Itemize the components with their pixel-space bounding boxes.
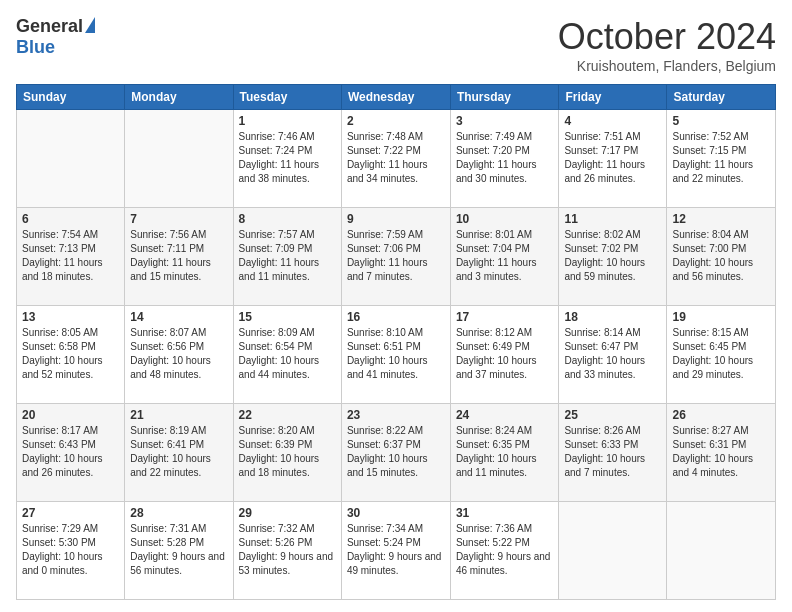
day-number: 19 [672, 310, 770, 324]
calendar-cell [125, 110, 233, 208]
calendar-cell: 30Sunrise: 7:34 AM Sunset: 5:24 PM Dayli… [341, 502, 450, 600]
day-info: Sunrise: 7:56 AM Sunset: 7:11 PM Dayligh… [130, 228, 227, 284]
calendar-cell [17, 110, 125, 208]
day-number: 15 [239, 310, 336, 324]
logo-general-text: General [16, 16, 83, 37]
day-info: Sunrise: 7:29 AM Sunset: 5:30 PM Dayligh… [22, 522, 119, 578]
day-info: Sunrise: 8:02 AM Sunset: 7:02 PM Dayligh… [564, 228, 661, 284]
calendar-cell: 15Sunrise: 8:09 AM Sunset: 6:54 PM Dayli… [233, 306, 341, 404]
calendar-cell: 23Sunrise: 8:22 AM Sunset: 6:37 PM Dayli… [341, 404, 450, 502]
day-info: Sunrise: 8:19 AM Sunset: 6:41 PM Dayligh… [130, 424, 227, 480]
day-info: Sunrise: 8:24 AM Sunset: 6:35 PM Dayligh… [456, 424, 554, 480]
page: General Blue October 2024 Kruishoutem, F… [0, 0, 792, 612]
col-header-sunday: Sunday [17, 85, 125, 110]
day-info: Sunrise: 7:59 AM Sunset: 7:06 PM Dayligh… [347, 228, 445, 284]
day-info: Sunrise: 7:36 AM Sunset: 5:22 PM Dayligh… [456, 522, 554, 578]
calendar-cell [667, 502, 776, 600]
day-info: Sunrise: 7:51 AM Sunset: 7:17 PM Dayligh… [564, 130, 661, 186]
calendar-cell [559, 502, 667, 600]
calendar-week-2: 6Sunrise: 7:54 AM Sunset: 7:13 PM Daylig… [17, 208, 776, 306]
logo: General Blue [16, 16, 95, 58]
col-header-thursday: Thursday [450, 85, 559, 110]
calendar-cell: 8Sunrise: 7:57 AM Sunset: 7:09 PM Daylig… [233, 208, 341, 306]
day-number: 11 [564, 212, 661, 226]
calendar-cell: 5Sunrise: 7:52 AM Sunset: 7:15 PM Daylig… [667, 110, 776, 208]
calendar-cell: 28Sunrise: 7:31 AM Sunset: 5:28 PM Dayli… [125, 502, 233, 600]
col-header-wednesday: Wednesday [341, 85, 450, 110]
calendar-week-4: 20Sunrise: 8:17 AM Sunset: 6:43 PM Dayli… [17, 404, 776, 502]
day-number: 3 [456, 114, 554, 128]
calendar-table: SundayMondayTuesdayWednesdayThursdayFrid… [16, 84, 776, 600]
day-info: Sunrise: 7:49 AM Sunset: 7:20 PM Dayligh… [456, 130, 554, 186]
col-header-friday: Friday [559, 85, 667, 110]
day-info: Sunrise: 7:31 AM Sunset: 5:28 PM Dayligh… [130, 522, 227, 578]
calendar-cell: 13Sunrise: 8:05 AM Sunset: 6:58 PM Dayli… [17, 306, 125, 404]
calendar-cell: 12Sunrise: 8:04 AM Sunset: 7:00 PM Dayli… [667, 208, 776, 306]
day-number: 10 [456, 212, 554, 226]
calendar-cell: 16Sunrise: 8:10 AM Sunset: 6:51 PM Dayli… [341, 306, 450, 404]
calendar-header-row: SundayMondayTuesdayWednesdayThursdayFrid… [17, 85, 776, 110]
calendar-cell: 26Sunrise: 8:27 AM Sunset: 6:31 PM Dayli… [667, 404, 776, 502]
day-number: 25 [564, 408, 661, 422]
day-number: 27 [22, 506, 119, 520]
day-number: 23 [347, 408, 445, 422]
calendar-cell: 1Sunrise: 7:46 AM Sunset: 7:24 PM Daylig… [233, 110, 341, 208]
day-number: 26 [672, 408, 770, 422]
day-number: 21 [130, 408, 227, 422]
calendar-cell: 24Sunrise: 8:24 AM Sunset: 6:35 PM Dayli… [450, 404, 559, 502]
day-number: 29 [239, 506, 336, 520]
calendar-cell: 6Sunrise: 7:54 AM Sunset: 7:13 PM Daylig… [17, 208, 125, 306]
calendar-cell: 4Sunrise: 7:51 AM Sunset: 7:17 PM Daylig… [559, 110, 667, 208]
calendar-cell: 27Sunrise: 7:29 AM Sunset: 5:30 PM Dayli… [17, 502, 125, 600]
calendar-week-5: 27Sunrise: 7:29 AM Sunset: 5:30 PM Dayli… [17, 502, 776, 600]
day-info: Sunrise: 8:20 AM Sunset: 6:39 PM Dayligh… [239, 424, 336, 480]
calendar-cell: 3Sunrise: 7:49 AM Sunset: 7:20 PM Daylig… [450, 110, 559, 208]
day-info: Sunrise: 7:52 AM Sunset: 7:15 PM Dayligh… [672, 130, 770, 186]
day-info: Sunrise: 7:34 AM Sunset: 5:24 PM Dayligh… [347, 522, 445, 578]
day-info: Sunrise: 8:15 AM Sunset: 6:45 PM Dayligh… [672, 326, 770, 382]
calendar-cell: 19Sunrise: 8:15 AM Sunset: 6:45 PM Dayli… [667, 306, 776, 404]
col-header-saturday: Saturday [667, 85, 776, 110]
calendar-cell: 31Sunrise: 7:36 AM Sunset: 5:22 PM Dayli… [450, 502, 559, 600]
calendar-cell: 22Sunrise: 8:20 AM Sunset: 6:39 PM Dayli… [233, 404, 341, 502]
title-area: October 2024 Kruishoutem, Flanders, Belg… [558, 16, 776, 74]
logo-triangle-icon [85, 17, 95, 33]
day-number: 16 [347, 310, 445, 324]
calendar-cell: 9Sunrise: 7:59 AM Sunset: 7:06 PM Daylig… [341, 208, 450, 306]
calendar-cell: 11Sunrise: 8:02 AM Sunset: 7:02 PM Dayli… [559, 208, 667, 306]
calendar-cell: 17Sunrise: 8:12 AM Sunset: 6:49 PM Dayli… [450, 306, 559, 404]
calendar-cell: 2Sunrise: 7:48 AM Sunset: 7:22 PM Daylig… [341, 110, 450, 208]
day-number: 1 [239, 114, 336, 128]
day-number: 7 [130, 212, 227, 226]
day-number: 4 [564, 114, 661, 128]
day-info: Sunrise: 8:07 AM Sunset: 6:56 PM Dayligh… [130, 326, 227, 382]
day-number: 22 [239, 408, 336, 422]
calendar-week-3: 13Sunrise: 8:05 AM Sunset: 6:58 PM Dayli… [17, 306, 776, 404]
day-info: Sunrise: 8:10 AM Sunset: 6:51 PM Dayligh… [347, 326, 445, 382]
day-info: Sunrise: 7:48 AM Sunset: 7:22 PM Dayligh… [347, 130, 445, 186]
day-number: 31 [456, 506, 554, 520]
location-subtitle: Kruishoutem, Flanders, Belgium [558, 58, 776, 74]
day-info: Sunrise: 8:27 AM Sunset: 6:31 PM Dayligh… [672, 424, 770, 480]
day-number: 6 [22, 212, 119, 226]
day-number: 2 [347, 114, 445, 128]
day-info: Sunrise: 8:17 AM Sunset: 6:43 PM Dayligh… [22, 424, 119, 480]
day-info: Sunrise: 8:01 AM Sunset: 7:04 PM Dayligh… [456, 228, 554, 284]
calendar-cell: 14Sunrise: 8:07 AM Sunset: 6:56 PM Dayli… [125, 306, 233, 404]
day-number: 30 [347, 506, 445, 520]
day-number: 9 [347, 212, 445, 226]
calendar-cell: 25Sunrise: 8:26 AM Sunset: 6:33 PM Dayli… [559, 404, 667, 502]
calendar-cell: 20Sunrise: 8:17 AM Sunset: 6:43 PM Dayli… [17, 404, 125, 502]
day-info: Sunrise: 8:14 AM Sunset: 6:47 PM Dayligh… [564, 326, 661, 382]
day-number: 20 [22, 408, 119, 422]
day-info: Sunrise: 8:09 AM Sunset: 6:54 PM Dayligh… [239, 326, 336, 382]
logo-blue-text: Blue [16, 37, 55, 58]
calendar-cell: 10Sunrise: 8:01 AM Sunset: 7:04 PM Dayli… [450, 208, 559, 306]
day-info: Sunrise: 8:26 AM Sunset: 6:33 PM Dayligh… [564, 424, 661, 480]
day-number: 17 [456, 310, 554, 324]
day-number: 13 [22, 310, 119, 324]
day-number: 28 [130, 506, 227, 520]
day-info: Sunrise: 8:05 AM Sunset: 6:58 PM Dayligh… [22, 326, 119, 382]
day-number: 18 [564, 310, 661, 324]
day-info: Sunrise: 8:04 AM Sunset: 7:00 PM Dayligh… [672, 228, 770, 284]
